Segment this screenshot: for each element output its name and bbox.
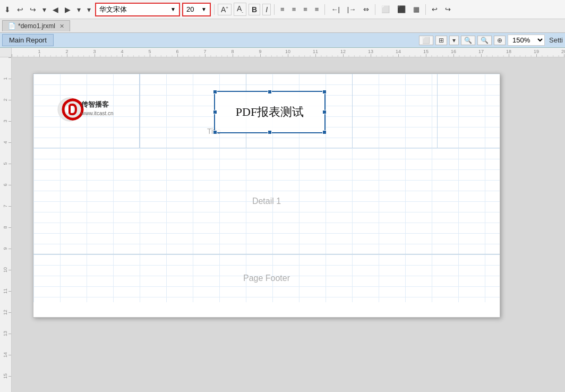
undo-button[interactable]: ↩: [15, 4, 25, 15]
handle-bm[interactable]: [268, 130, 272, 134]
font-name-selector[interactable]: 华文宋体 ▼: [95, 3, 180, 16]
zoom-control: 150% 100% 75% 50%: [508, 35, 545, 46]
footer-band-grid: [33, 254, 500, 302]
design-area[interactable]: 传智播客 ™ www.itcast.cn PDF报表测试: [12, 57, 565, 392]
file-tab[interactable]: 📄 *demo1.jrxml ✕: [2, 20, 70, 31]
border-btn-1[interactable]: ⬜: [379, 4, 392, 14]
font-size-up-button[interactable]: A+: [218, 4, 232, 15]
font-name-value: 华文宋体: [99, 5, 127, 14]
toolbar-btn-4[interactable]: ▶: [63, 4, 73, 15]
col-line-3: [352, 74, 353, 148]
border-btn-2[interactable]: ⬛: [395, 4, 408, 14]
title-band: 传智播客 ™ www.itcast.cn PDF报表测试: [33, 74, 500, 148]
handle-tl[interactable]: [213, 90, 217, 94]
tab-bar: 📄 *demo1.jrxml ✕: [0, 19, 565, 33]
svg-text:www.itcast.cn: www.itcast.cn: [81, 110, 114, 116]
col-line-1: [140, 74, 140, 148]
title-text-content: PDF报表测试: [236, 104, 304, 120]
indent-right-button[interactable]: |→: [345, 4, 358, 14]
company-logo: 传智播客 ™ www.itcast.cn: [55, 95, 118, 124]
main-area: 传智播客 ™ www.itcast.cn PDF报表测试: [0, 57, 565, 392]
main-report-tab[interactable]: Main Report: [2, 34, 54, 46]
svg-text:™: ™: [81, 100, 88, 108]
title-text-box[interactable]: PDF报表测试: [214, 91, 326, 133]
sep-4: [375, 4, 375, 15]
logo-area: 传智播客 ™ www.itcast.cn: [33, 74, 140, 148]
detail-band-grid: [33, 148, 500, 254]
zoom-in-button[interactable]: ⊕: [494, 36, 506, 45]
handle-mr[interactable]: [322, 110, 327, 114]
align-justify-button[interactable]: ≡: [312, 4, 322, 14]
font-name-dropdown-icon[interactable]: ▼: [170, 6, 176, 12]
file-icon: 📄: [8, 22, 16, 30]
sep-1: [214, 4, 215, 15]
view-btn-2[interactable]: ⊞: [435, 36, 447, 45]
main-report-tab-label: Main Report: [9, 36, 47, 44]
toolbar-btn-2[interactable]: ▾: [40, 4, 48, 15]
font-size-selector[interactable]: 20 ▼: [182, 3, 211, 16]
col-line-4: [437, 74, 438, 148]
report-canvas: 传智播客 ™ www.itcast.cn PDF报表测试: [33, 73, 500, 318]
settings-label: Setti: [549, 36, 563, 44]
report-tab-right-controls: ⬜ ⊞ ▾ 🔍 🔍 ⊕ 150% 100% 75% 50% Setti: [419, 35, 563, 46]
vertical-ruler: [0, 57, 12, 392]
horizontal-ruler-row: [0, 48, 565, 57]
undo-btn-2[interactable]: ↩: [429, 4, 440, 14]
bold-button[interactable]: B: [249, 4, 260, 15]
align-left-button[interactable]: ≡: [278, 4, 287, 14]
zoom-select[interactable]: 150% 100% 75% 50%: [508, 35, 545, 46]
border-btn-3[interactable]: ▦: [410, 4, 422, 14]
redo-button[interactable]: ↪: [28, 4, 38, 15]
rotate-button[interactable]: ⇔: [361, 4, 372, 14]
sep-3: [324, 4, 325, 15]
view-btn-3[interactable]: ▾: [449, 36, 459, 45]
toolbar-btn-3[interactable]: ◀: [50, 4, 61, 15]
main-toolbar: ⬇ ↩ ↪ ▾ ◀ ▶ ▾ ▾ 华文宋体 ▼ 20 ▼ A+ A- B I ≡ …: [0, 0, 565, 19]
align-center-button[interactable]: ≡: [289, 4, 299, 14]
detail-band: Detail 1: [33, 148, 500, 254]
font-size-dropdown-icon[interactable]: ▼: [201, 6, 207, 12]
sep-2: [274, 4, 275, 15]
view-btn-4[interactable]: 🔍: [461, 36, 475, 45]
toolbar-btn-6[interactable]: ▾: [85, 4, 93, 15]
logo-content: 传智播客 ™ www.itcast.cn: [55, 95, 118, 126]
footer-band: Page Footer: [33, 254, 500, 302]
handle-br[interactable]: [322, 130, 327, 134]
handle-tr[interactable]: [322, 90, 327, 94]
handle-ml[interactable]: [213, 110, 217, 114]
handle-bl[interactable]: [213, 130, 217, 134]
handle-tm[interactable]: [268, 90, 272, 94]
report-tab-bar: Main Report ⬜ ⊞ ▾ 🔍 🔍 ⊕ 150% 100% 75% 50…: [0, 33, 565, 48]
view-btn-1[interactable]: ⬜: [419, 36, 433, 45]
horizontal-ruler: [12, 48, 565, 57]
sep-5: [425, 4, 426, 15]
indent-left-button[interactable]: ←|: [328, 4, 342, 14]
zoom-out-button[interactable]: 🔍: [477, 36, 492, 45]
tab-label: *demo1.jrxml: [18, 22, 55, 30]
toolbar-btn-1[interactable]: ⬇: [2, 4, 13, 15]
redo-btn-2[interactable]: ↪: [442, 4, 453, 14]
ruler-corner: [0, 48, 12, 57]
align-right-button[interactable]: ≡: [301, 4, 310, 14]
font-size-value: 20: [186, 5, 194, 13]
font-size-down-button[interactable]: A-: [234, 3, 246, 16]
toolbar-btn-5[interactable]: ▾: [75, 4, 83, 15]
italic-button[interactable]: I: [262, 4, 271, 15]
tab-close-button[interactable]: ✕: [59, 23, 64, 30]
